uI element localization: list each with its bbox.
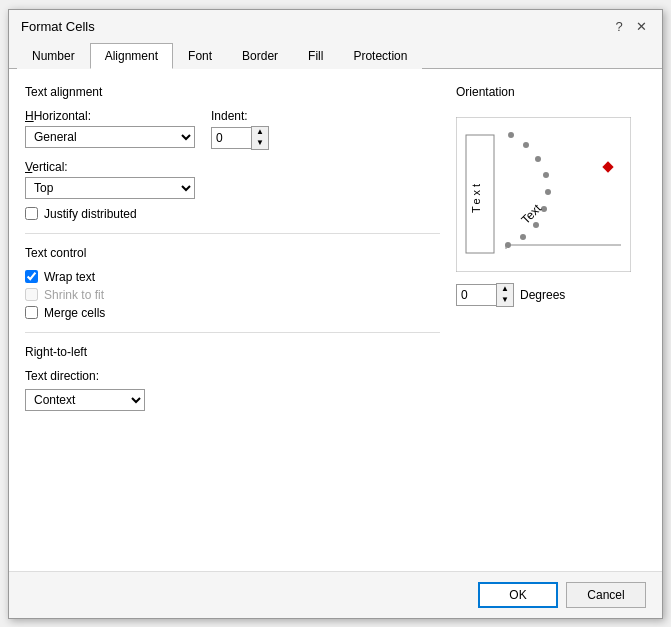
divider-2 — [25, 332, 440, 333]
divider-1 — [25, 233, 440, 234]
tab-alignment[interactable]: Alignment — [90, 43, 173, 69]
help-button[interactable]: ? — [610, 18, 628, 36]
tab-bar: Number Alignment Font Border Fill Protec… — [9, 42, 662, 69]
degrees-input[interactable] — [456, 284, 496, 306]
svg-text:Text: Text — [470, 180, 482, 212]
indent-input[interactable] — [211, 127, 251, 149]
dialog-title: Format Cells — [21, 19, 95, 34]
text-direction-select[interactable]: Context Left-to-Right Right-to-Left — [25, 389, 145, 411]
shrink-to-fit-row: Shrink to fit — [25, 288, 440, 302]
degrees-spinner: ▲ ▼ — [456, 283, 514, 307]
cancel-button[interactable]: Cancel — [566, 582, 646, 608]
degrees-up-button[interactable]: ▲ — [497, 284, 513, 295]
rtl-section: Right-to-left Text direction: Context Le… — [25, 345, 440, 411]
merge-cells-checkbox[interactable] — [25, 306, 38, 319]
svg-point-3 — [508, 132, 514, 138]
shrink-to-fit-checkbox[interactable] — [25, 288, 38, 301]
horizontal-select[interactable]: General Left (Indent) Center Right (Inde… — [25, 126, 195, 148]
justify-distributed-row: Justify distributed — [25, 207, 440, 221]
indent-spinner: ▲ ▼ — [211, 126, 269, 150]
text-control-section: Text control Wrap text Shrink to fit Mer… — [25, 246, 440, 320]
tab-fill[interactable]: Fill — [293, 43, 338, 69]
degrees-spinner-buttons: ▲ ▼ — [496, 283, 514, 307]
vertical-select[interactable]: Top Center Bottom Justify Distributed — [25, 177, 195, 199]
tab-content: Text alignment HHorizontal: General Left… — [9, 69, 662, 571]
justify-distributed-label[interactable]: Justify distributed — [44, 207, 137, 221]
svg-point-7 — [545, 189, 551, 195]
title-bar: Format Cells ? ✕ — [9, 10, 662, 40]
indent-up-button[interactable]: ▲ — [252, 127, 268, 138]
footer: OK Cancel — [9, 571, 662, 618]
text-alignment-label: Text alignment — [25, 85, 440, 99]
horizontal-label: HHorizontal: — [25, 109, 195, 123]
left-panel: Text alignment HHorizontal: General Left… — [25, 85, 440, 555]
svg-point-5 — [535, 156, 541, 162]
tab-font[interactable]: Font — [173, 43, 227, 69]
horizontal-indent-row: HHorizontal: General Left (Indent) Cente… — [25, 109, 440, 150]
text-alignment-section: Text alignment HHorizontal: General Left… — [25, 85, 440, 221]
close-button[interactable]: ✕ — [632, 18, 650, 36]
orientation-label: Orientation — [456, 85, 646, 99]
shrink-to-fit-label[interactable]: Shrink to fit — [44, 288, 104, 302]
vertical-group: Vertical: Top Center Bottom Justify Dist… — [25, 160, 440, 199]
rtl-label: Right-to-left — [25, 345, 440, 359]
svg-point-6 — [543, 172, 549, 178]
degrees-row: ▲ ▼ Degrees — [456, 283, 646, 307]
svg-point-9 — [533, 222, 539, 228]
ok-button[interactable]: OK — [478, 582, 558, 608]
wrap-text-label[interactable]: Wrap text — [44, 270, 95, 284]
orientation-diagram[interactable]: Text Text — [456, 117, 631, 272]
svg-point-10 — [520, 234, 526, 240]
merge-cells-row: Merge cells — [25, 306, 440, 320]
merge-cells-label[interactable]: Merge cells — [44, 306, 105, 320]
format-cells-dialog: Format Cells ? ✕ Number Alignment Font B… — [8, 9, 663, 619]
wrap-text-row: Wrap text — [25, 270, 440, 284]
text-direction-label: Text direction: — [25, 369, 440, 383]
degrees-down-button[interactable]: ▼ — [497, 295, 513, 306]
indent-spinner-buttons: ▲ ▼ — [251, 126, 269, 150]
degrees-label: Degrees — [520, 288, 565, 302]
tab-border[interactable]: Border — [227, 43, 293, 69]
indent-group: Indent: ▲ ▼ — [211, 109, 269, 150]
text-control-label: Text control — [25, 246, 440, 260]
title-bar-controls: ? ✕ — [610, 18, 650, 36]
svg-point-4 — [523, 142, 529, 148]
indent-down-button[interactable]: ▼ — [252, 138, 268, 149]
vertical-label: Vertical: — [25, 160, 440, 174]
wrap-text-checkbox[interactable] — [25, 270, 38, 283]
justify-distributed-checkbox[interactable] — [25, 207, 38, 220]
right-panel: Orientation Text — [456, 85, 646, 555]
horizontal-group: HHorizontal: General Left (Indent) Cente… — [25, 109, 195, 148]
tab-number[interactable]: Number — [17, 43, 90, 69]
indent-label: Indent: — [211, 109, 269, 123]
tab-protection[interactable]: Protection — [338, 43, 422, 69]
